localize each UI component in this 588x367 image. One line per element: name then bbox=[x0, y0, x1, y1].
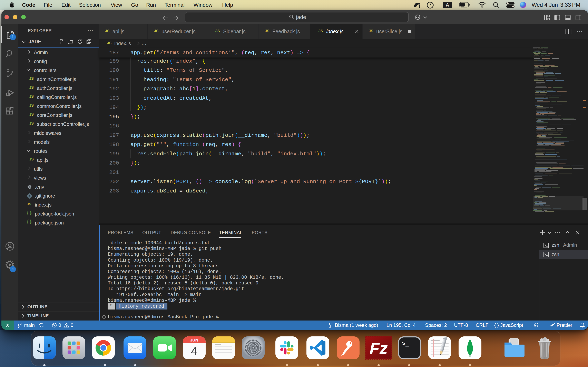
svg-text:4: 4 bbox=[191, 344, 198, 358]
svg-text:JUN: JUN bbox=[190, 338, 198, 342]
svg-text:>_: >_ bbox=[402, 341, 409, 348]
svg-text:Fz: Fz bbox=[370, 339, 388, 358]
